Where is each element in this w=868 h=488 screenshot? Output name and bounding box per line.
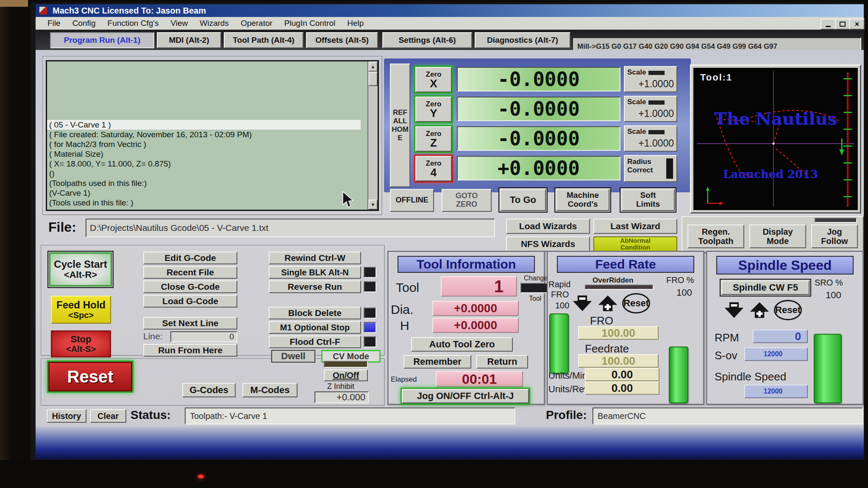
scale-x-box[interactable]: Scale +1.0000 xyxy=(624,66,677,92)
scale-y-box[interactable]: Scale +1.0000 xyxy=(624,96,677,122)
flood-button[interactable]: Flood Ctrl-F xyxy=(269,336,361,348)
gcode-line[interactable]: ( Material Size) xyxy=(47,149,361,159)
set-next-line-button[interactable]: Set Next Line xyxy=(143,317,237,330)
cycle-start-button[interactable]: Cycle Start <Alt-R> xyxy=(49,252,112,286)
menu-function-cfgs[interactable]: Function Cfg's xyxy=(108,19,159,28)
m1-optional-stop-button[interactable]: M1 Optional Stop xyxy=(269,321,361,334)
feed-rate-slider[interactable] xyxy=(549,313,569,374)
recent-file-button[interactable]: Recent File xyxy=(143,266,237,279)
soft-limits-button[interactable]: Soft Limits xyxy=(621,189,675,211)
tab-diagnostics[interactable]: Diagnostics (Alt-7) xyxy=(475,32,570,48)
tool-number-field[interactable]: 1 xyxy=(441,276,517,297)
load-wizards-button[interactable]: Load Wizards xyxy=(506,219,590,234)
jog-follow-button[interactable]: Jog Follow xyxy=(811,225,858,248)
feedrate-value-field[interactable]: 100.00 xyxy=(578,354,659,368)
tab-tool-path[interactable]: Tool Path (Alt-4) xyxy=(224,32,303,48)
feed-plus-arrow-icon[interactable] xyxy=(597,294,619,313)
display-mode-button[interactable]: Display Mode xyxy=(749,225,806,248)
last-wizard-button[interactable]: Last Wizard xyxy=(593,219,677,234)
machine-coords-button[interactable]: Machine Coord's xyxy=(556,189,609,211)
scroll-down-icon[interactable]: ▼ xyxy=(368,200,378,210)
gcode-line[interactable]: ( File created: Saturday, November 16, 2… xyxy=(47,130,361,139)
feed-hold-button[interactable]: Feed Hold <Spc> xyxy=(51,296,111,324)
tab-program-run[interactable]: Program Run (Alt-1) xyxy=(50,32,154,48)
spindle-speed-field[interactable]: 12000 xyxy=(744,385,808,398)
auto-tool-zero-button[interactable]: Auto Tool Zero xyxy=(411,337,513,352)
scale-x-value[interactable]: +1.0000 xyxy=(627,78,674,90)
block-delete-button[interactable]: Block Delete xyxy=(269,307,361,319)
gcode-scrollbar[interactable]: ▲ ▼ xyxy=(367,61,378,210)
gcode-line[interactable]: () xyxy=(47,169,361,178)
to-go-button[interactable]: To Go xyxy=(500,189,546,211)
menu-operator[interactable]: Operator xyxy=(241,19,273,28)
load-gcode-button[interactable]: Load G-Code xyxy=(143,295,237,308)
restore-button[interactable] xyxy=(835,19,850,30)
rewind-button[interactable]: Rewind Ctrl-W xyxy=(269,252,361,264)
mcodes-button[interactable]: M-Codes xyxy=(242,383,298,397)
line-number-field[interactable]: 0 xyxy=(170,331,237,342)
reset-button[interactable]: Reset xyxy=(48,362,132,391)
z-inhibit-onoff-button[interactable]: On/Off xyxy=(324,369,368,381)
gcode-line[interactable]: (V-Carve 1) xyxy=(47,188,361,198)
dro-4-value[interactable]: +0.0000 xyxy=(457,156,620,180)
menu-file[interactable]: File xyxy=(47,19,61,28)
menu-view[interactable]: View xyxy=(170,19,188,28)
run-from-here-button[interactable]: Run From Here xyxy=(143,344,237,357)
zero-x-button[interactable]: Zero X xyxy=(415,67,452,92)
gcode-window[interactable]: ( 05 - V-Carve 1 ) ( File created: Satur… xyxy=(46,60,379,211)
file-path-field[interactable]: D:\Projects\Nautilus Gcode\05 - V-Carve … xyxy=(86,219,495,237)
tool-dia-field[interactable]: +0.0000 xyxy=(432,301,519,316)
sov-field[interactable]: 12000 xyxy=(744,347,808,361)
dro-x-value[interactable]: -0.0000 xyxy=(457,67,620,92)
single-blk-button[interactable]: Single BLK Alt-N xyxy=(269,266,361,279)
jog-onoff-button[interactable]: Jog ON/OFF Ctrl-Alt-J xyxy=(402,389,529,403)
feed-reset-button[interactable]: Reset xyxy=(622,293,650,313)
zero-z-button[interactable]: Zero Z xyxy=(415,126,452,152)
close-gcode-button[interactable]: Close G-Code xyxy=(143,280,237,293)
ref-all-home-button[interactable]: REF ALL HOME xyxy=(390,64,410,187)
scale-z-value[interactable]: +1.0000 xyxy=(627,138,674,149)
toolpath-display[interactable]: Tool:1 The Nautilus Launched 2013 xyxy=(693,68,858,210)
gcodes-button[interactable]: G-Codes xyxy=(182,383,236,397)
radius-correct-box[interactable]: Radius Correct xyxy=(624,155,677,182)
gcode-line[interactable]: ( X= 18.000, Y= 11.000, Z= 0.875) xyxy=(47,159,361,169)
regen-toolpath-button[interactable]: Regen. Toolpath xyxy=(687,225,744,248)
gcode-line[interactable]: (Tools used in this file: ) xyxy=(47,198,361,208)
offline-button[interactable]: OFFLINE xyxy=(390,189,434,212)
scale-z-box[interactable]: Scale +1.0000 xyxy=(624,125,677,152)
tab-settings[interactable]: Settings (Alt-6) xyxy=(382,32,472,48)
gcode-line-current[interactable]: ( 05 - V-Carve 1 ) xyxy=(47,120,361,130)
scale-y-value[interactable]: +1.0000 xyxy=(627,108,674,119)
spindle-plus-arrow-icon[interactable] xyxy=(748,301,771,319)
spindle-reset-button[interactable]: Reset xyxy=(774,300,802,320)
reverse-run-button[interactable]: Reverse Run xyxy=(269,280,361,293)
stop-button[interactable]: Stop <Alt-S> xyxy=(51,330,111,358)
spindle-speed-slider[interactable] xyxy=(814,334,842,403)
tab-mdi[interactable]: MDI (Alt-2) xyxy=(157,32,221,48)
gcode-line[interactable]: ( for Mach2/3 from Vectric ) xyxy=(47,139,361,149)
gcode-line[interactable]: (Toolpaths used in this file:) xyxy=(47,178,361,188)
remember-button[interactable]: Remember xyxy=(403,355,471,369)
menu-config[interactable]: Config xyxy=(72,19,96,28)
dwell-indicator[interactable]: Dwell xyxy=(271,350,315,363)
menu-help[interactable]: Help xyxy=(347,19,364,28)
return-button[interactable]: Return xyxy=(476,355,528,369)
tool-h-field[interactable]: +0.0000 xyxy=(432,318,519,333)
z-inhibit-value-field[interactable]: +0.000 xyxy=(314,391,369,403)
dro-y-value[interactable]: -0.0000 xyxy=(457,97,620,121)
spindle-minus-arrow-icon[interactable] xyxy=(723,301,745,319)
close-button[interactable]: × xyxy=(849,19,865,30)
zero-4-button[interactable]: Zero 4 xyxy=(415,156,452,181)
fro-value-field[interactable]: 100.00 xyxy=(578,326,659,340)
minimize-button[interactable] xyxy=(821,19,836,30)
zero-y-button[interactable]: Zero Y xyxy=(415,97,452,122)
nfs-wizards-button[interactable]: NFS Wizards xyxy=(506,236,590,252)
tab-offsets[interactable]: Offsets (Alt-5) xyxy=(306,32,378,48)
history-button[interactable]: History xyxy=(47,409,86,423)
feed-minus-arrow-icon[interactable] xyxy=(571,294,593,313)
spindle-cw-button[interactable]: Spindle CW F5 xyxy=(721,280,810,295)
goto-zero-button[interactable]: GOTO ZERO xyxy=(442,189,492,212)
menu-plugin-control[interactable]: PlugIn Control xyxy=(284,19,335,28)
rapid-override-slider[interactable] xyxy=(669,347,688,403)
scrollbar-thumb[interactable] xyxy=(368,72,378,86)
